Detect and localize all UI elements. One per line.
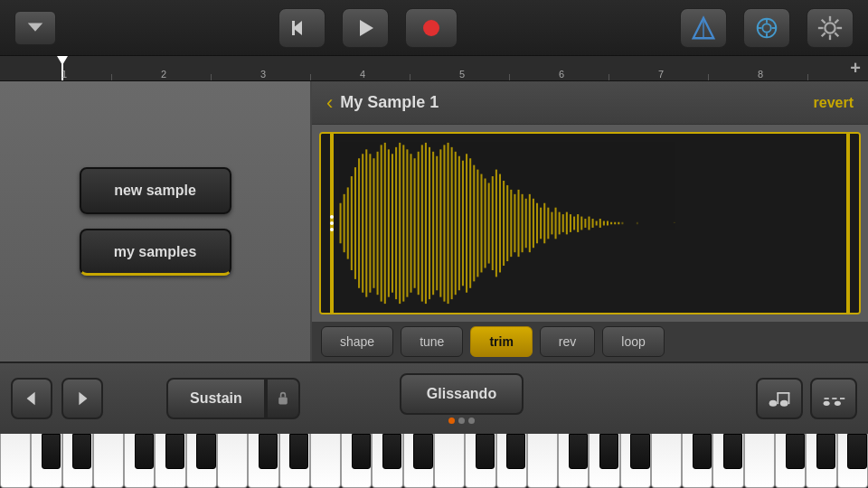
- settings-button[interactable]: [807, 8, 854, 48]
- piano-key-white[interactable]: [310, 434, 341, 488]
- piano-key-white[interactable]: [124, 434, 155, 488]
- svg-rect-60: [476, 170, 478, 277]
- svg-rect-25: [347, 187, 349, 258]
- svg-rect-45: [421, 145, 423, 301]
- svg-marker-102: [27, 392, 35, 405]
- instrument-icon[interactable]: [680, 8, 727, 48]
- tab-shape[interactable]: shape: [321, 326, 393, 357]
- revert-button[interactable]: revert: [814, 95, 854, 111]
- piano-key-white[interactable]: [837, 434, 868, 488]
- svg-rect-2: [292, 21, 295, 35]
- back-button[interactable]: ‹: [326, 91, 333, 115]
- tab-loop[interactable]: loop: [602, 326, 664, 357]
- piano-key-white[interactable]: [775, 434, 806, 488]
- arpeggio-button[interactable]: [810, 378, 857, 419]
- piano-key-white[interactable]: [465, 434, 495, 488]
- left-panel: new sample my samples: [0, 81, 312, 361]
- prev-button[interactable]: [11, 378, 52, 419]
- svg-line-21: [822, 33, 826, 36]
- svg-rect-104: [278, 397, 288, 404]
- tab-trim[interactable]: trim: [470, 326, 532, 357]
- trim-handle-right[interactable]: [846, 134, 850, 313]
- piano-key-white[interactable]: [527, 434, 558, 488]
- svg-rect-97: [614, 222, 616, 224]
- dropdown-button[interactable]: [14, 11, 56, 45]
- glissando-group: Glissando: [400, 373, 524, 424]
- sample-title: My Sample 1: [340, 93, 439, 112]
- piano-key-white[interactable]: [496, 434, 527, 488]
- svg-rect-34: [381, 145, 382, 301]
- svg-marker-0: [28, 23, 43, 31]
- piano-key-white[interactable]: [806, 434, 836, 488]
- rewind-button[interactable]: [278, 8, 326, 48]
- svg-rect-58: [469, 158, 471, 288]
- tempo-button[interactable]: [743, 8, 790, 48]
- piano-key-white[interactable]: [558, 434, 589, 488]
- svg-rect-67: [503, 181, 505, 266]
- svg-rect-47: [429, 147, 430, 299]
- piano-key-white[interactable]: [186, 434, 217, 488]
- tabs-bar: shape tune trim rev loop: [312, 322, 868, 361]
- sustain-group: Sustain: [166, 378, 300, 419]
- svg-rect-99: [621, 222, 623, 224]
- piano-key-white[interactable]: [403, 434, 434, 488]
- svg-rect-31: [369, 154, 371, 292]
- record-button[interactable]: [405, 8, 458, 48]
- svg-rect-43: [414, 158, 416, 288]
- svg-rect-53: [451, 147, 453, 299]
- waveform-svg: [321, 134, 859, 313]
- piano-key-white[interactable]: [62, 434, 93, 488]
- svg-rect-29: [362, 154, 363, 292]
- piano-key-white[interactable]: [248, 434, 278, 488]
- svg-rect-101: [674, 222, 675, 223]
- my-samples-button[interactable]: my samples: [80, 229, 231, 276]
- next-button[interactable]: [61, 378, 103, 419]
- piano-key-white[interactable]: [341, 434, 372, 488]
- piano-key-white[interactable]: [93, 434, 124, 488]
- piano-key-white[interactable]: [434, 434, 465, 488]
- svg-rect-39: [399, 143, 401, 304]
- right-panel: ‹ My Sample 1 revert: [312, 81, 868, 361]
- top-bar: [0, 0, 868, 56]
- piano-key-white[interactable]: [279, 434, 310, 488]
- piano-key-white[interactable]: [155, 434, 185, 488]
- svg-rect-44: [418, 152, 420, 295]
- svg-rect-98: [618, 222, 619, 224]
- piano-key-white[interactable]: [620, 434, 651, 488]
- piano-key-white[interactable]: [744, 434, 775, 488]
- piano-key-white[interactable]: [712, 434, 743, 488]
- piano-key-white[interactable]: [651, 434, 682, 488]
- note-style-button[interactable]: [756, 378, 803, 419]
- piano-key-white[interactable]: [0, 434, 31, 488]
- piano-keyboard[interactable]: [0, 434, 868, 488]
- waveform-display: [319, 132, 861, 314]
- piano-key-white[interactable]: [372, 434, 402, 488]
- add-marker-button[interactable]: +: [850, 58, 861, 79]
- svg-rect-55: [458, 156, 460, 291]
- svg-rect-38: [395, 147, 397, 299]
- bottom-controls: Sustain Glissando: [0, 361, 868, 434]
- piano-key-white[interactable]: [31, 434, 61, 488]
- lock-button[interactable]: [266, 378, 300, 419]
- tab-tune[interactable]: tune: [401, 326, 463, 357]
- piano-key-white[interactable]: [217, 434, 248, 488]
- sustain-button[interactable]: Sustain: [166, 378, 266, 419]
- tab-rev[interactable]: rev: [540, 326, 595, 357]
- new-sample-button[interactable]: new sample: [80, 167, 231, 214]
- svg-rect-85: [570, 214, 571, 232]
- svg-rect-108: [788, 393, 790, 404]
- svg-point-4: [423, 20, 439, 36]
- glissando-dot-1: [448, 418, 455, 424]
- svg-rect-77: [540, 208, 542, 239]
- svg-rect-23: [340, 203, 342, 244]
- trim-handle-left[interactable]: [330, 134, 334, 313]
- glissando-button[interactable]: Glissando: [400, 373, 524, 415]
- piano-key-white[interactable]: [682, 434, 712, 488]
- svg-rect-27: [354, 167, 356, 279]
- play-button[interactable]: [342, 8, 389, 48]
- sample-header: ‹ My Sample 1 revert: [312, 81, 868, 125]
- piano-key-white[interactable]: [589, 434, 619, 488]
- svg-rect-28: [358, 158, 360, 288]
- svg-rect-82: [559, 212, 561, 235]
- svg-rect-100: [637, 222, 638, 224]
